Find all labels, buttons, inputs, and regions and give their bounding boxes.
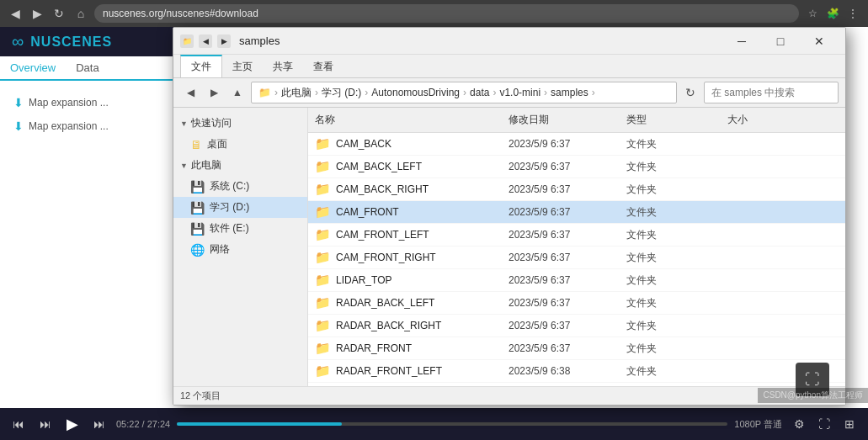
file-row-cam-back-left[interactable]: 📁 CAM_BACK_LEFT 2023/5/9 6:37 文件夹 <box>308 156 845 178</box>
quick-access-label: 快速访问 <box>191 116 232 130</box>
e-drive-icon: 💾 <box>190 222 205 236</box>
file-row-cam-front-right[interactable]: 📁 CAM_FRONT_RIGHT 2023/5/9 6:37 文件夹 <box>308 247 845 269</box>
file-row-radar-front-left[interactable]: 📁 RADAR_FRONT_LEFT 2023/5/9 6:38 文件夹 <box>308 360 845 383</box>
tree-item-network[interactable]: 🌐 网络 <box>173 239 307 260</box>
video-progress-bar[interactable] <box>177 422 727 426</box>
file-row-lidar-top[interactable]: 📁 LIDAR_TOP 2023/5/9 6:37 文件夹 <box>308 269 845 292</box>
explorer-addressbar: ◀ ▶ ▲ 📁 › 此电脑 › 学习 (D:) › AutonomousDriv… <box>173 78 845 108</box>
tree-item-d[interactable]: 💾 学习 (D:) <box>173 197 307 218</box>
main-area: ∞ NUSCENES Overview Data ⬇ Map expansion… <box>0 27 868 440</box>
file-size-6 <box>721 278 788 282</box>
browser-extensions-icon[interactable]: 🧩 <box>824 5 841 22</box>
explorer-title: samples <box>231 34 722 47</box>
file-type-10: 文件夹 <box>620 363 721 380</box>
file-date-2: 2023/5/9 6:37 <box>502 182 620 197</box>
file-name-cam-front: 📁 CAM_FRONT <box>308 203 502 221</box>
addr-forward-button[interactable]: ▶ <box>204 82 224 103</box>
tree-label-network: 网络 <box>210 242 230 257</box>
nuscenes-logo-icon: ∞ <box>12 32 24 51</box>
address-path-bar[interactable]: 📁 › 此电脑 › 学习 (D:) › AutonomousDriving › … <box>251 82 677 103</box>
tree-item-e[interactable]: 💾 软件 (E:) <box>173 218 307 239</box>
file-row-cam-front[interactable]: 📁 CAM_FRONT 2023/5/9 6:37 文件夹 <box>308 201 845 224</box>
search-input[interactable] <box>704 82 839 103</box>
ribbon-tab-home[interactable]: 主页 <box>222 55 263 77</box>
browser-menu-icon[interactable]: ⋮ <box>844 5 861 22</box>
filelist-header: 名称 修改日期 类型 大小 <box>308 108 845 133</box>
path-current[interactable]: samples <box>551 87 588 98</box>
nuscenes-logo-text: NUSCENES <box>30 34 112 50</box>
browser-refresh-button[interactable]: ↻ <box>51 5 67 22</box>
next-button[interactable]: ⏭ <box>89 414 109 434</box>
file-row-radar-back-left[interactable]: 📁 RADAR_BACK_LEFT 2023/5/9 6:37 文件夹 <box>308 292 845 315</box>
path-computer[interactable]: 此电脑 <box>281 86 312 100</box>
file-row-radar-front[interactable]: 📁 RADAR_FRONT 2023/5/9 6:37 文件夹 <box>308 337 845 360</box>
tree-label-desktop: 桌面 <box>207 137 227 151</box>
file-name-radar-back-right: 📁 RADAR_BACK_RIGHT <box>308 316 502 335</box>
ribbon-tab-file[interactable]: 文件 <box>180 55 222 77</box>
ribbon-tab-view[interactable]: 查看 <box>303 55 343 77</box>
computer-header[interactable]: ▼ 此电脑 <box>173 155 307 176</box>
quick-access-header[interactable]: ▼ 快速访问 <box>173 113 307 134</box>
folder-icon-10: 📁 <box>315 363 331 379</box>
file-row-radar-back-right[interactable]: 📁 RADAR_BACK_RIGHT 2023/5/9 6:37 文件夹 <box>308 315 845 337</box>
tree-item-c[interactable]: 💾 系统 (C:) <box>173 176 307 197</box>
titlebar-maximize-button[interactable]: □ <box>761 28 800 55</box>
file-type-1: 文件夹 <box>620 158 721 176</box>
video-right-icons: ⚙ ⛶ ⊞ <box>789 414 860 434</box>
file-row-cam-back-right[interactable]: 📁 CAM_BACK_RIGHT 2023/5/9 6:37 文件夹 <box>308 178 845 201</box>
d-drive-icon: 💾 <box>190 201 205 215</box>
settings-icon[interactable]: ⚙ <box>789 414 809 434</box>
titlebar-close-button[interactable]: ✕ <box>800 28 839 55</box>
tab-overview[interactable]: Overview <box>0 56 66 81</box>
col-size-header[interactable]: 大小 <box>721 111 788 129</box>
file-name-cam-back-right: 📁 CAM_BACK_RIGHT <box>308 180 502 199</box>
fullscreen-icon[interactable]: ⛶ <box>814 414 834 434</box>
explorer-statusbar: 12 个项目 <box>173 386 845 405</box>
network-icon: 🌐 <box>190 243 205 257</box>
col-name-header[interactable]: 名称 <box>308 111 502 129</box>
titlebar-folder-icon: 📁 <box>180 34 194 48</box>
folder-icon-9: 📁 <box>315 341 331 356</box>
path-folder1[interactable]: AutonomousDriving <box>371 87 460 98</box>
addr-back-button[interactable]: ◀ <box>180 82 200 103</box>
file-type-3: 文件夹 <box>620 204 721 221</box>
file-date-3: 2023/5/9 6:37 <box>502 204 620 220</box>
file-row-cam-front-left[interactable]: 📁 CAM_FRONT_LEFT 2023/5/9 6:37 文件夹 <box>308 224 845 247</box>
path-drive[interactable]: 学习 (D:) <box>322 86 361 100</box>
file-date-8: 2023/5/9 6:37 <box>502 318 620 333</box>
tree-label-d: 学习 (D:) <box>210 200 249 215</box>
computer-label: 此电脑 <box>191 158 221 172</box>
ribbon-tabs: 文件 主页 共享 查看 <box>173 55 845 77</box>
ribbon-tab-share[interactable]: 共享 <box>263 55 303 77</box>
col-date-header[interactable]: 修改日期 <box>502 111 620 129</box>
folder-icon-4: 📁 <box>315 227 331 242</box>
pause-button[interactable]: ▶ <box>62 414 83 434</box>
file-name-radar-front: 📁 RADAR_FRONT <box>308 339 502 358</box>
browser-forward-button[interactable]: ▶ <box>29 5 45 22</box>
browser-home-button[interactable]: ⌂ <box>72 5 89 22</box>
browser-url-bar[interactable] <box>94 4 799 23</box>
addr-refresh-button[interactable]: ↻ <box>680 82 700 103</box>
tree-item-desktop[interactable]: 🖥 桌面 <box>173 134 307 155</box>
tab-data[interactable]: Data <box>66 56 109 79</box>
explorer-body: ▼ 快速访问 🖥 桌面 ▼ 此电脑 💾 系统 (C:) 💾 学习 (D <box>173 108 845 386</box>
play-button[interactable]: ⏮ <box>8 414 29 434</box>
sidebar-map-expansion-1[interactable]: ⬇ Map expansion ... <box>0 91 177 114</box>
file-size-9 <box>721 347 788 350</box>
sidebar-map-expansion-2[interactable]: ⬇ Map expansion ... <box>0 114 177 138</box>
video-controls: ⏮ ⏭ ▶ ⏭ 05:22 / 27:24 1080P 普通 ⚙ ⛶ ⊞ <box>0 408 868 440</box>
path-folder3[interactable]: v1.0-mini <box>499 87 541 98</box>
titlebar-icons: 📁 ◀ ▶ <box>180 34 231 48</box>
browser-back-button[interactable]: ◀ <box>7 5 24 22</box>
file-date-10: 2023/5/9 6:38 <box>502 363 620 379</box>
addr-up-button[interactable]: ▲ <box>227 82 248 103</box>
browser-bookmark-icon[interactable]: ☆ <box>804 5 821 22</box>
prev-button[interactable]: ⏭ <box>35 414 56 434</box>
col-type-header[interactable]: 类型 <box>620 111 721 129</box>
file-type-8: 文件夹 <box>620 317 721 335</box>
file-row-cam-back[interactable]: 📁 CAM_BACK 2023/5/9 6:37 文件夹 <box>308 133 845 156</box>
folder-icon-3: 📁 <box>315 204 331 220</box>
pip-icon[interactable]: ⊞ <box>839 414 860 434</box>
titlebar-minimize-button[interactable]: ─ <box>722 28 761 55</box>
path-folder2[interactable]: data <box>470 87 489 98</box>
